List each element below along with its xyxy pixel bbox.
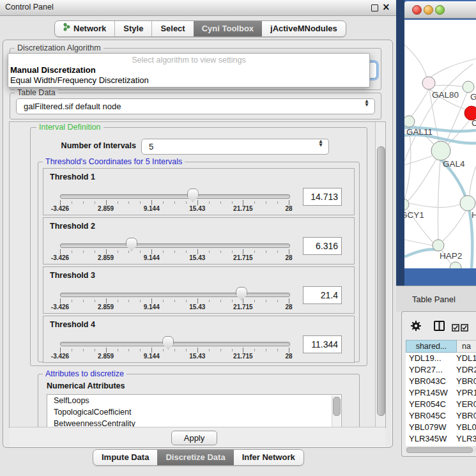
scale-label: 2.859 xyxy=(87,205,125,212)
cell-shared-name[interactable]: YDL19... xyxy=(406,353,456,364)
threshold-4-slider-track[interactable] xyxy=(60,342,290,346)
ruler-tick xyxy=(118,349,118,351)
ruler-tick xyxy=(254,349,255,351)
network-window-titlebar[interactable] xyxy=(404,1,476,19)
network-node-gal11[interactable] xyxy=(404,116,415,127)
threshold-3-value-field[interactable]: 21.4 xyxy=(303,286,342,304)
table-row[interactable]: YIL052CYIL0 xyxy=(406,445,476,446)
tab-jactivemnodules[interactable]: jActiveMNodules xyxy=(262,21,346,36)
network-node-ga[interactable] xyxy=(463,81,474,93)
attribute-list-item[interactable]: TopologicalCoefficient xyxy=(47,406,341,418)
ruler-tick xyxy=(277,349,278,351)
cell-shared-name[interactable]: YER054C xyxy=(406,399,456,410)
ruler-tick xyxy=(95,300,95,302)
attributes-list-scrollbar[interactable] xyxy=(332,395,341,428)
checkbox-icon[interactable] xyxy=(452,323,459,334)
network-canvas[interactable]: GAL80GACGAL11GAL4GCY1HHAP2 xyxy=(404,20,476,268)
popup-option-equal-width[interactable]: Equal Width/Frequency Discretization xyxy=(10,75,149,85)
bottom-tab-bar: Impute Data Discretize Data Infer Networ… xyxy=(93,449,304,466)
column-header-shared-name[interactable]: shared... xyxy=(406,340,457,353)
mac-minimize-button[interactable] xyxy=(424,5,433,15)
network-node-label: C xyxy=(472,118,476,128)
threshold-2-slider-track[interactable] xyxy=(60,243,290,248)
threshold-3-slider-track[interactable] xyxy=(60,293,290,297)
network-tab-icon xyxy=(63,21,70,36)
network-node-hap2[interactable] xyxy=(433,240,444,251)
table-body[interactable]: YDL19...YDL1YDR27...YDR2YBR043CYBR0YPR14… xyxy=(406,353,476,446)
tab-style[interactable]: Style xyxy=(114,21,151,36)
threshold-2-scale: -3.4262.8599.14415.4321.71528 xyxy=(60,254,289,262)
ruler-tick xyxy=(140,349,141,351)
popup-hint: Select algorithm to view settings xyxy=(8,56,369,65)
algorithm-group-title: Discretization Algorithm xyxy=(15,44,104,52)
table-row[interactable]: YBL079WYBL0 xyxy=(406,422,476,433)
control-panel-titlebar: Control Panel × xyxy=(0,0,396,16)
tab-select[interactable]: Select xyxy=(151,21,193,36)
cell-shared-name[interactable]: YBR045C xyxy=(406,410,456,422)
threshold-2-value-field[interactable]: 6.316 xyxy=(303,237,342,255)
checkbox-icon[interactable] xyxy=(461,323,468,334)
cell-name[interactable]: YLR3 xyxy=(456,433,476,445)
scale-label: 2.859 xyxy=(87,254,125,261)
ruler-tick xyxy=(106,200,107,205)
cell-name[interactable]: YBL0 xyxy=(456,422,476,433)
threshold-1-value-field[interactable]: 14.713 xyxy=(303,188,342,206)
scale-label: -3.426 xyxy=(41,303,79,311)
float-window-icon[interactable] xyxy=(371,4,378,12)
threshold-2-ruler xyxy=(60,249,289,254)
cell-shared-name[interactable]: YBL079W xyxy=(406,422,456,433)
ruler-tick xyxy=(277,300,278,302)
ruler-tick xyxy=(151,298,152,303)
tab-infer-network[interactable]: Infer Network xyxy=(234,450,303,465)
cell-name[interactable]: YER0 xyxy=(456,399,476,410)
cell-name[interactable]: YPR1 xyxy=(456,387,476,399)
cell-name[interactable]: YDR2 xyxy=(456,364,476,376)
ruler-tick xyxy=(289,348,289,353)
threshold-3-label: Threshold 3 xyxy=(50,271,95,280)
ruler-tick xyxy=(243,298,243,303)
tab-cyni-toolbox[interactable]: Cyni Toolbox xyxy=(194,21,262,36)
ruler-tick xyxy=(254,300,255,302)
ruler-tick xyxy=(289,249,289,254)
table-data-combo[interactable]: galFiltered.sif default node ▲▼ xyxy=(16,98,375,114)
cell-shared-name[interactable]: YIL052C xyxy=(406,445,456,446)
cell-shared-name[interactable]: YBR043C xyxy=(406,376,456,387)
network-node[interactable] xyxy=(450,262,461,268)
threshold-1-slider-track[interactable] xyxy=(60,194,290,199)
threshold-4-value-field[interactable]: 11.344 xyxy=(303,335,342,353)
cell-name[interactable]: YBR0 xyxy=(456,410,476,422)
settings-scrollbar[interactable] xyxy=(375,122,385,427)
table-row[interactable]: YPR145WYPR1 xyxy=(406,387,476,399)
table-row[interactable]: YER054CYER0 xyxy=(406,399,476,410)
num-intervals-combo[interactable]: 5 ▲▼ xyxy=(141,139,329,155)
close-icon[interactable]: × xyxy=(382,1,390,13)
mac-zoom-button[interactable] xyxy=(435,5,445,15)
apply-button[interactable]: Apply xyxy=(171,431,217,445)
cell-name[interactable]: YBR0 xyxy=(456,376,476,387)
tab-network[interactable]: Network xyxy=(55,21,114,36)
table-row[interactable]: YBR043CYBR0 xyxy=(406,376,476,387)
table-row[interactable]: YBR045CYBR0 xyxy=(406,410,476,422)
cell-shared-name[interactable]: YDR27... xyxy=(406,364,456,376)
cell-shared-name[interactable]: YPR145W xyxy=(406,387,456,399)
mac-close-button[interactable] xyxy=(412,5,422,15)
popup-option-manual[interactable]: Manual Discretization xyxy=(10,65,96,75)
table-row[interactable]: YDL19...YDL1 xyxy=(406,353,476,364)
network-node-gal4[interactable] xyxy=(431,141,450,160)
network-node-gal80[interactable] xyxy=(422,77,435,89)
table-row[interactable]: YDR27...YDR2 xyxy=(406,364,476,376)
tab-impute-data[interactable]: Impute Data xyxy=(93,450,157,465)
network-node-h[interactable] xyxy=(460,196,475,211)
attribute-list-item[interactable]: SelfLoops xyxy=(47,395,341,406)
column-header-name[interactable]: na xyxy=(457,340,476,353)
cell-name[interactable]: YDL1 xyxy=(456,353,476,364)
split-columns-icon[interactable] xyxy=(434,321,445,334)
cell-shared-name[interactable]: YLR345W xyxy=(406,433,456,445)
gear-icon[interactable] xyxy=(410,320,422,334)
table-horizontal-scrollbar[interactable] xyxy=(406,447,476,452)
tab-discretize-data[interactable]: Discretize Data xyxy=(157,450,233,465)
ruler-tick xyxy=(118,300,118,302)
cell-name[interactable]: YIL0 xyxy=(456,445,476,446)
table-row[interactable]: YLR345WYLR3 xyxy=(406,433,476,445)
numerical-attributes-list[interactable]: SelfLoopsTopologicalCoefficientBetweenne… xyxy=(47,394,342,428)
